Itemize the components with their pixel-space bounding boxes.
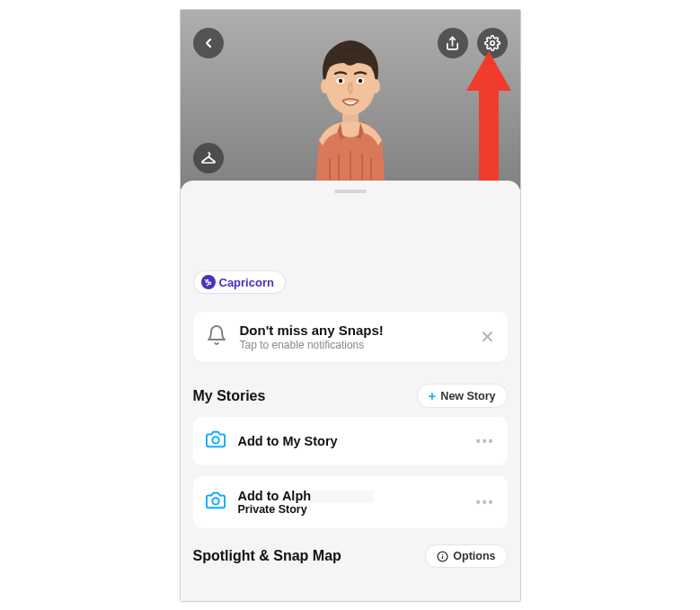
new-story-button[interactable]: + New Story xyxy=(417,384,508,408)
sheet-grabber[interactable] xyxy=(334,190,367,193)
notification-title: Don't miss any Snaps! xyxy=(240,323,384,338)
svg-point-1 xyxy=(490,41,494,46)
notification-card[interactable]: Don't miss any Snaps! Tap to enable noti… xyxy=(193,312,508,362)
back-button[interactable] xyxy=(193,28,224,58)
zodiac-label: Capricorn xyxy=(219,276,274,289)
story-item-text: Add to My Story xyxy=(238,434,338,448)
user-info-block xyxy=(193,200,508,270)
notification-close-button[interactable]: ✕ xyxy=(480,326,495,348)
plus-icon: + xyxy=(429,389,437,402)
svg-point-12 xyxy=(212,498,218,504)
notification-text: Don't miss any Snaps! Tap to enable noti… xyxy=(240,323,384,351)
svg-point-5 xyxy=(371,79,380,93)
share-button[interactable] xyxy=(438,28,468,58)
settings-button[interactable] xyxy=(477,28,508,58)
story-item-text: Add to Alph Private Story xyxy=(238,489,375,516)
story-item-sublabel: Private Story xyxy=(238,503,375,516)
capricorn-icon: ♑︎ xyxy=(201,275,216,289)
avatar-icon xyxy=(283,23,418,190)
phone-frame: ♑︎ Capricorn Don't miss any Snaps! Tap t… xyxy=(180,9,521,602)
bell-icon xyxy=(206,324,227,349)
camera-icon xyxy=(206,429,226,453)
svg-point-11 xyxy=(212,437,218,443)
redacted-text xyxy=(311,491,374,503)
share-icon xyxy=(445,36,460,51)
profile-sheet: ♑︎ Capricorn Don't miss any Snaps! Tap t… xyxy=(181,181,520,601)
story-item-more-button[interactable]: ••• xyxy=(476,495,495,509)
my-stories-title: My Stories xyxy=(193,388,266,404)
svg-point-4 xyxy=(321,79,330,93)
story-item-private[interactable]: Add to Alph Private Story ••• xyxy=(193,476,508,528)
my-stories-header: My Stories + New Story xyxy=(193,384,508,408)
chevron-left-icon xyxy=(201,36,216,50)
options-label: Options xyxy=(453,550,495,562)
outfit-button[interactable] xyxy=(193,143,224,173)
spotlight-header: Spotlight & Snap Map Options xyxy=(193,544,508,568)
story-item-label: Add to My Story xyxy=(238,434,338,448)
annotation-arrow-icon xyxy=(466,51,511,186)
gear-icon xyxy=(484,35,501,51)
story-item-more-button[interactable]: ••• xyxy=(476,434,495,448)
new-story-label: New Story xyxy=(440,390,495,402)
story-item-my-story[interactable]: Add to My Story ••• xyxy=(193,417,508,465)
hanger-icon xyxy=(200,150,217,166)
spotlight-title: Spotlight & Snap Map xyxy=(193,548,341,564)
spotlight-options-button[interactable]: Options xyxy=(425,544,507,568)
svg-point-9 xyxy=(358,79,361,83)
story-item-label: Add to Alph xyxy=(238,489,375,503)
notification-subtitle: Tap to enable notifications xyxy=(240,339,384,351)
bitmoji-avatar[interactable] xyxy=(279,26,422,190)
profile-header xyxy=(181,10,520,190)
info-icon xyxy=(437,551,448,562)
svg-point-8 xyxy=(338,79,341,83)
zodiac-badge[interactable]: ♑︎ Capricorn xyxy=(193,270,286,294)
camera-icon xyxy=(206,491,226,514)
svg-marker-10 xyxy=(466,51,511,186)
